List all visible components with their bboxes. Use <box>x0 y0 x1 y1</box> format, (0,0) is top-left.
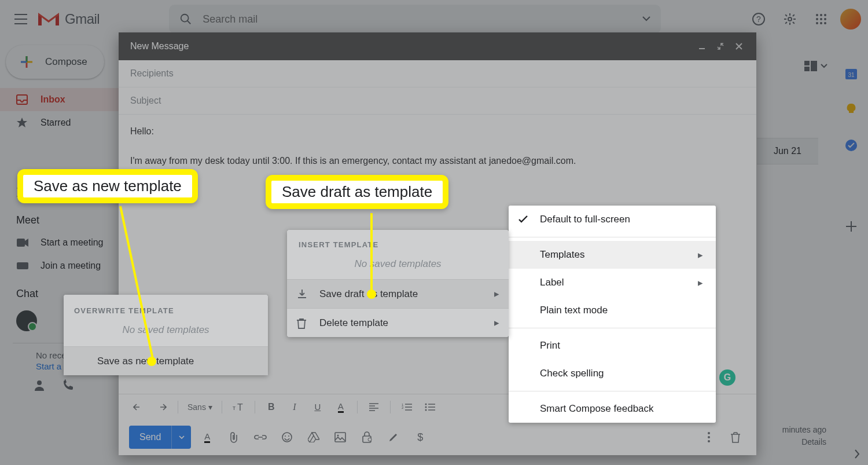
align-button[interactable] <box>363 397 384 418</box>
delete-template[interactable]: Delete template ▸ <box>287 308 509 337</box>
menu-label: Templates <box>540 249 584 261</box>
text-color-button[interactable]: A <box>330 397 351 418</box>
minimize-button[interactable] <box>693 37 711 56</box>
insert-signature-button[interactable] <box>383 427 404 448</box>
save-as-new-template[interactable]: Save as new template <box>64 346 268 375</box>
save-template-submenu: OVERWRITE TEMPLATE No saved templates Sa… <box>64 295 268 375</box>
menu-label: Print <box>540 340 560 352</box>
font-family-button[interactable]: Sans ▾ <box>184 397 216 418</box>
more-options-button[interactable] <box>698 427 719 448</box>
overwrite-template-header: OVERWRITE TEMPLATE <box>64 295 268 320</box>
svg-point-38 <box>708 436 710 438</box>
insert-photo-button[interactable] <box>330 427 351 448</box>
svg-rect-33 <box>335 433 345 442</box>
menu-label: Save as new template <box>97 356 194 367</box>
submenu-arrow-icon: ▸ <box>494 288 499 300</box>
svg-point-36 <box>368 438 372 441</box>
svg-text:2: 2 <box>402 406 404 409</box>
money-button[interactable]: $ <box>410 427 431 448</box>
send-label: Send <box>129 432 171 442</box>
svg-point-39 <box>708 440 710 442</box>
check-icon <box>518 215 528 224</box>
download-icon <box>296 288 311 300</box>
insert-emoji-button[interactable] <box>277 427 297 448</box>
numbered-list-button[interactable]: 12 <box>396 397 417 418</box>
menu-check-spelling[interactable]: Check spelling <box>509 360 716 387</box>
svg-point-32 <box>288 435 289 437</box>
callout-endpoint <box>367 290 376 299</box>
svg-point-37 <box>708 432 710 434</box>
compose-title-bar[interactable]: New Message <box>119 32 756 60</box>
menu-default-fullscreen[interactable]: Default to full-screen <box>509 206 716 233</box>
body-line: Hello: <box>130 124 745 139</box>
svg-point-27 <box>425 403 426 405</box>
menu-plain-text[interactable]: Plain text mode <box>509 296 716 324</box>
svg-text:T: T <box>237 402 243 412</box>
grammarly-icon[interactable]: G <box>719 369 735 386</box>
undo-button[interactable] <box>128 397 149 418</box>
callout-connector <box>370 213 373 295</box>
no-templates-message: No saved templates <box>287 255 509 279</box>
callout-save-draft: Save draft as template <box>266 175 448 209</box>
insert-link-button[interactable] <box>250 427 271 448</box>
callout-endpoint <box>147 357 156 366</box>
bulleted-list-button[interactable] <box>420 397 440 418</box>
svg-point-28 <box>425 406 426 408</box>
trash-icon <box>296 317 311 329</box>
redo-button[interactable] <box>151 397 172 418</box>
submenu-arrow-icon: ▸ <box>494 317 499 329</box>
callout-save-as-new: Save as new template <box>17 169 198 203</box>
underline-button[interactable]: U <box>307 397 328 418</box>
svg-point-29 <box>425 409 426 411</box>
compose-action-bar: Send A $ <box>119 419 756 455</box>
menu-smart-compose-feedback[interactable]: Smart Compose feedback <box>509 395 716 423</box>
svg-text:т: т <box>233 404 236 411</box>
submenu-arrow-icon: ▸ <box>698 277 703 289</box>
italic-button[interactable]: I <box>284 397 305 418</box>
templates-submenu: INSERT TEMPLATE No saved templates Save … <box>287 230 509 337</box>
menu-label: Smart Compose feedback <box>540 403 654 415</box>
font-size-button[interactable]: тT <box>228 397 249 418</box>
close-button[interactable] <box>730 37 748 56</box>
send-dropdown[interactable] <box>171 426 191 449</box>
menu-templates[interactable]: Templates ▸ <box>509 241 716 269</box>
formatting-options-button[interactable]: A <box>197 427 218 448</box>
no-templates-message: No saved templates <box>64 320 268 346</box>
menu-label[interactable]: Label ▸ <box>509 269 716 296</box>
menu-label: Delete template <box>319 317 388 329</box>
body-line: I'm away from my desk today until 3:00. … <box>130 153 745 169</box>
recipients-field[interactable]: Recipients <box>119 60 756 87</box>
menu-label: Default to full-screen <box>540 214 630 225</box>
discard-draft-button[interactable] <box>725 427 746 448</box>
exit-fullscreen-button[interactable] <box>711 37 730 56</box>
confidential-mode-button[interactable] <box>356 427 377 448</box>
insert-template-header: INSERT TEMPLATE <box>287 230 509 255</box>
more-options-menu: Default to full-screen Templates ▸ Label… <box>509 206 716 423</box>
svg-point-34 <box>337 435 339 437</box>
attach-file-button[interactable] <box>223 427 244 448</box>
subject-field[interactable]: Subject <box>119 87 756 115</box>
submenu-arrow-icon: ▸ <box>698 249 703 261</box>
menu-print[interactable]: Print <box>509 332 716 360</box>
menu-label: Label <box>540 277 564 288</box>
compose-title: New Message <box>130 41 189 52</box>
insert-drive-button[interactable] <box>303 427 324 448</box>
menu-label: Check spelling <box>540 368 604 379</box>
svg-point-31 <box>285 435 286 437</box>
bold-button[interactable]: B <box>261 397 282 418</box>
menu-label: Plain text mode <box>540 305 608 316</box>
send-button[interactable]: Send <box>129 426 191 449</box>
save-draft-as-template[interactable]: Save draft as template ▸ <box>287 279 509 308</box>
